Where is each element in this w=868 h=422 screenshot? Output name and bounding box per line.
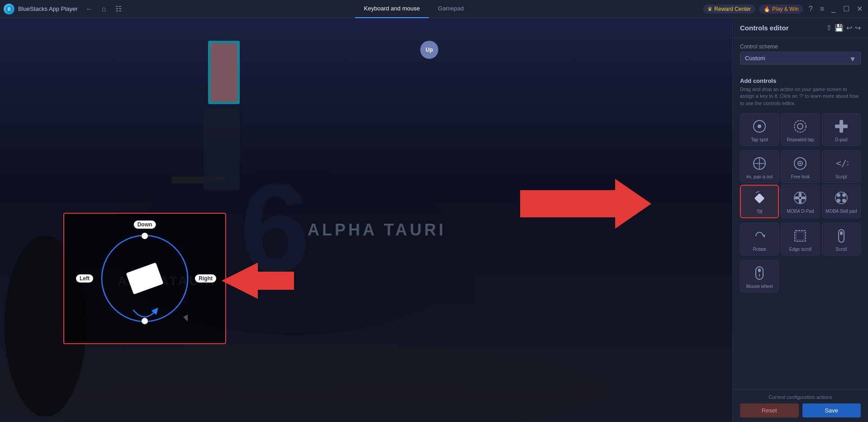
control-item-free-look[interactable]: Free look — [781, 150, 820, 183]
controls-grid-row2: im, pan a oot Free look </> Script — [740, 150, 861, 183]
controls-panel: Controls editor ⇧ 💾 ↩ ↪ Control scheme C… — [732, 18, 868, 422]
svg-rect-10 — [204, 109, 240, 190]
svg-point-41 — [837, 193, 840, 197]
panel-body: Control scheme Custom ▼ Add controls Dra… — [733, 38, 868, 389]
repeated-tap-icon — [792, 118, 808, 134]
aim-icon — [751, 155, 768, 172]
control-scheme-label: Control scheme — [740, 43, 861, 50]
svg-point-42 — [842, 193, 846, 197]
footer-buttons: Reset Save — [740, 403, 861, 417]
minimize-icon[interactable]: ⎯ — [830, 3, 838, 15]
svg-marker-45 — [763, 234, 765, 238]
control-item-d-pad[interactable]: D-pad — [822, 113, 861, 146]
svg-point-23 — [797, 124, 803, 129]
add-controls-desc: Drag and drop an action on your game scr… — [740, 86, 861, 107]
tilt-label-ctrl: Tilt — [757, 209, 763, 215]
topbar: B BlueStacks App Player ← ⌂ ☷ Keyboard a… — [0, 0, 868, 18]
home-button[interactable]: ⌂ — [98, 3, 110, 15]
svg-rect-47 — [796, 232, 804, 240]
repeated-tap-label: Repeated tap — [787, 137, 814, 143]
nav-icons: ← ⌂ ☷ — [83, 3, 125, 15]
svg-rect-39 — [801, 197, 806, 199]
help-icon[interactable]: ? — [807, 3, 815, 15]
control-item-mouse-wheel[interactable]: Mouse wheel — [740, 260, 779, 293]
control-item-repeated-tap[interactable]: Repeated tap — [781, 113, 820, 146]
crown-icon: ♛ — [707, 6, 712, 12]
tab-area: Keyboard and mouse Gamepad — [128, 0, 700, 18]
svg-rect-49 — [840, 231, 843, 235]
control-item-moba-skill[interactable]: MOBA Skill pad — [822, 185, 861, 218]
control-item-edge-scroll[interactable]: Edge scroll — [781, 223, 820, 255]
save-scheme-icon[interactable]: 💾 — [835, 24, 844, 32]
script-icon: </> — [833, 155, 849, 172]
scroll-label: Scroll — [835, 247, 847, 252]
control-item-tap-spot[interactable]: Tap spot — [740, 113, 779, 146]
control-item-moba-dpad[interactable]: MOBA D-Pad — [781, 185, 820, 218]
svg-point-40 — [835, 192, 847, 204]
menu-icon[interactable]: ≡ — [818, 3, 826, 15]
svg-rect-12 — [210, 43, 237, 102]
svg-point-44 — [842, 199, 846, 202]
moba-skill-icon — [833, 190, 849, 206]
panel-title: Controls editor — [740, 24, 789, 32]
panel-footer: Current configuration actions Reset Save — [733, 389, 868, 422]
close-icon[interactable]: ✕ — [855, 3, 864, 15]
controls-grid-row5: Mouse wheel — [740, 260, 861, 293]
rotate-icon — [751, 228, 768, 244]
tap-spot-icon — [751, 118, 768, 134]
undo-icon[interactable]: ↩ — [846, 24, 852, 32]
controls-grid-row1: Tap spot Repeated tap — [740, 113, 861, 146]
control-item-scroll[interactable]: Scroll — [822, 223, 861, 255]
control-item-rotate[interactable]: Rotate — [740, 223, 779, 255]
moba-skill-label: MOBA Skill pad — [825, 209, 857, 214]
up-button[interactable]: Up — [420, 41, 438, 59]
aim-label: im, pan a oot — [746, 174, 773, 180]
control-scheme-select[interactable]: Custom — [740, 52, 861, 65]
tilt-label-down: Down — [134, 221, 156, 229]
upload-icon[interactable]: ⇧ — [826, 24, 832, 32]
mouse-wheel-icon — [751, 265, 768, 281]
tilt-svg — [95, 229, 194, 328]
svg-text:B: B — [7, 7, 10, 12]
back-button[interactable]: ← — [83, 3, 96, 15]
panel-header: Controls editor ⇧ 💾 ↩ ↪ — [733, 18, 868, 38]
reward-center-button[interactable]: ♛ Reward Center — [703, 5, 755, 14]
svg-marker-17 — [183, 315, 188, 321]
script-label: Script — [835, 174, 847, 180]
mouse-wheel-label: Mouse wheel — [746, 284, 773, 289]
d-pad-icon — [833, 118, 849, 134]
control-item-aim[interactable]: im, pan a oot — [740, 150, 779, 183]
tab-gamepad[interactable]: Gamepad — [429, 0, 473, 18]
right-controls: ♛ Reward Center 🔥 Play & Win ? ≡ ⎯ ☐ ✕ — [703, 3, 864, 15]
svg-rect-25 — [835, 125, 848, 128]
save-button[interactable]: Save — [802, 403, 861, 417]
tab-keyboard[interactable]: Keyboard and mouse — [355, 0, 429, 18]
svg-marker-18 — [222, 263, 294, 299]
main-content: 6 ALPHA TAURI ALPHATAURI Up — [0, 18, 868, 422]
svg-text:</>: </> — [836, 158, 849, 168]
config-actions-label: Current configuration actions — [740, 394, 861, 400]
tilt-icon — [751, 190, 768, 206]
svg-point-2 — [0, 344, 611, 422]
reset-button[interactable]: Reset — [740, 403, 799, 417]
maximize-icon[interactable]: ☐ — [841, 3, 851, 15]
svg-point-31 — [799, 163, 801, 164]
arrow-right — [520, 179, 651, 229]
controls-grid-row4: Rotate Edge scroll — [740, 223, 861, 255]
tilt-control-overlay[interactable]: Down Left Right — [63, 213, 226, 344]
play-win-button[interactable]: 🔥 Play & Win — [759, 5, 803, 14]
svg-rect-16 — [126, 263, 164, 295]
apps-button[interactable]: ☷ — [112, 3, 125, 15]
svg-text:ALPHA TAURI: ALPHA TAURI — [308, 221, 446, 239]
rotate-label: Rotate — [753, 247, 766, 252]
svg-rect-38 — [795, 197, 799, 199]
control-item-script[interactable]: </> Script — [822, 150, 861, 183]
control-item-tilt[interactable]: Tilt — [740, 185, 779, 218]
fire-icon: 🔥 — [764, 6, 770, 12]
svg-rect-36 — [799, 192, 802, 197]
tilt-label-left: Left — [76, 274, 93, 283]
redo-icon[interactable]: ↪ — [855, 24, 861, 32]
arrow-left — [222, 263, 294, 299]
svg-point-21 — [758, 125, 761, 128]
tap-spot-label: Tap spot — [751, 137, 768, 143]
